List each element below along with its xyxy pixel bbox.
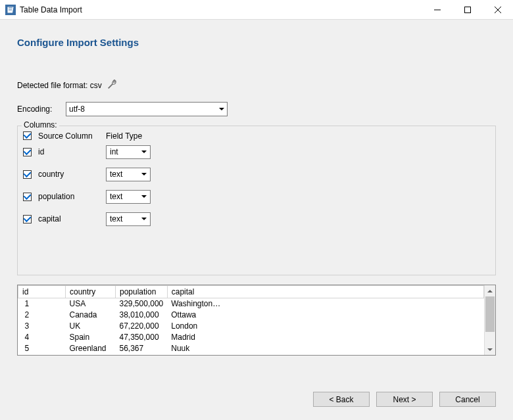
field-type-select[interactable]: text [106,212,151,226]
next-button[interactable]: Next > [376,392,433,407]
column-checkbox[interactable] [23,215,32,223]
field-type-select[interactable]: int [106,145,151,159]
field-type-select[interactable]: text [106,190,151,204]
scroll-up-icon[interactable] [485,285,495,296]
cancel-button[interactable]: Cancel [439,392,496,407]
svg-rect-1 [465,7,471,13]
table-row: 5Greenland56,367Nuuk [18,343,484,354]
scroll-down-icon[interactable] [485,344,495,355]
column-checkbox[interactable] [23,170,32,179]
chevron-down-icon [219,108,224,110]
columns-header: Source Column Field Type [23,131,490,141]
minimize-button[interactable] [422,0,452,20]
column-name: country [38,170,106,179]
wrench-icon[interactable] [107,80,117,91]
chevron-down-icon [141,218,147,220]
detected-format-label: Detected file format: csv [17,81,102,90]
column-name: id [38,147,106,156]
table-row: 2Canada38,010,000Ottawa [18,310,484,321]
chevron-down-icon [141,195,147,198]
table-row: 1USA329,500,000Washington… [18,298,484,310]
encoding-select[interactable]: utf-8 [66,102,228,116]
close-button[interactable] [483,0,513,20]
back-button[interactable]: < Back [313,392,370,407]
chevron-down-icon [141,151,147,153]
columns-fieldset: Columns: Source Column Field Type idintc… [17,126,496,275]
encoding-label: Encoding: [17,105,66,114]
table-row: 3UK67,220,000London [18,321,484,332]
encoding-value: utf-8 [69,105,85,114]
window-controls [422,0,513,19]
preview-header[interactable]: capital [167,286,483,298]
column-checkbox[interactable] [23,148,32,156]
chevron-down-icon [141,173,147,175]
scroll-thumb[interactable] [485,296,495,332]
titlebar: Table Data Import [0,0,513,20]
app-icon [5,5,16,15]
column-checkbox[interactable] [23,193,32,201]
page-title: Configure Import Settings [17,37,496,48]
column-name: capital [38,214,106,223]
header-source: Source Column [38,131,106,141]
column-name: population [38,192,106,201]
preview-header[interactable]: country [66,286,116,298]
window-title: Table Data Import [20,5,422,14]
columns-legend: Columns: [22,120,59,129]
scrollbar[interactable] [484,285,495,355]
maximize-button[interactable] [452,0,483,20]
table-row: 4Spain47,350,000Madrid [18,332,484,343]
preview-header[interactable]: population [116,286,168,298]
header-type: Field Type [106,131,142,141]
field-type-select[interactable]: text [106,168,151,181]
master-checkbox[interactable] [23,131,32,140]
preview-header[interactable]: id [18,286,66,298]
preview-table: idcountrypopulationcapital 1USA329,500,0… [17,285,496,356]
